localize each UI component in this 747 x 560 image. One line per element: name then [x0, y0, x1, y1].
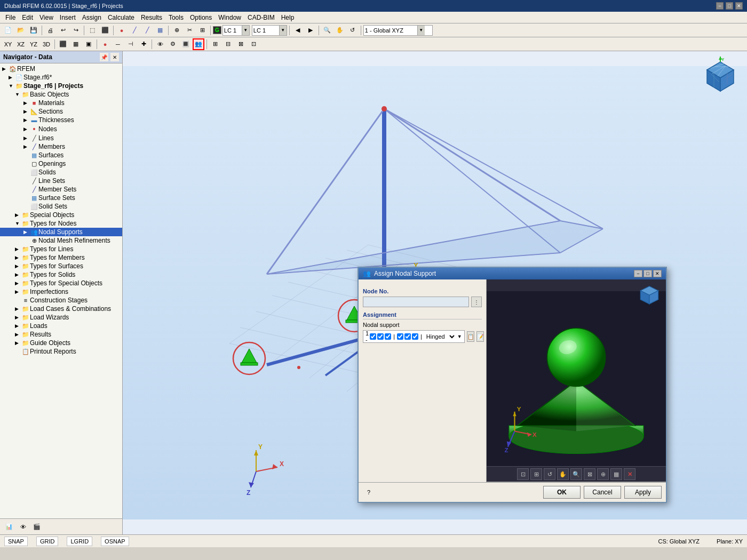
select-btn[interactable]: ⬚	[86, 25, 98, 36]
preview-btn4[interactable]: ✋	[557, 468, 569, 480]
render2[interactable]: ▦	[70, 38, 82, 50]
tool3[interactable]: ⊞	[196, 25, 208, 36]
nav-close-btn[interactable]: ✕	[110, 53, 119, 61]
view-xy[interactable]: XY	[2, 38, 14, 50]
preview-btn6[interactable]: ⊠	[584, 468, 595, 480]
nav-video-btn[interactable]: 🎬	[31, 521, 43, 533]
tree-item-mesh-ref[interactable]: ⊕ Nodal Mesh Refinements	[0, 236, 122, 245]
render3[interactable]: ▣	[83, 38, 94, 50]
preview-btn1[interactable]: ⊡	[517, 468, 529, 480]
tree-item-printout[interactable]: 📋 Printout Reports	[0, 347, 122, 356]
tb-extra1[interactable]: ⊞	[209, 38, 221, 50]
lc-input-2[interactable]	[252, 27, 279, 34]
tree-item-basic[interactable]: ▼ 📁 Basic Objects	[0, 90, 122, 99]
menu-results[interactable]: Results	[138, 13, 165, 22]
menu-help[interactable]: Help	[278, 13, 298, 22]
menu-options[interactable]: Options	[187, 13, 215, 22]
tree-item-surface-sets[interactable]: ▦ Surface Sets	[0, 194, 122, 202]
maximize-button[interactable]: □	[726, 2, 733, 10]
dialog-maximize-btn[interactable]: □	[643, 270, 652, 277]
new-btn[interactable]: 📄	[2, 25, 14, 36]
surface-btn[interactable]: ▦	[154, 25, 166, 36]
menu-tools[interactable]: Tools	[165, 13, 187, 22]
dialog-cancel-btn[interactable]: Cancel	[584, 486, 621, 499]
tree-item-stage-rf6[interactable]: ▶ 📄 Stage.rf6*	[0, 73, 122, 82]
dialog-close-btn[interactable]: ✕	[653, 270, 662, 277]
menu-window[interactable]: Window	[215, 13, 244, 22]
tool2[interactable]: ✂	[184, 25, 195, 36]
tb-extra2[interactable]: ⊟	[222, 38, 234, 50]
menu-insert[interactable]: Insert	[57, 13, 79, 22]
render1[interactable]: ⬛	[57, 38, 69, 50]
osnap-toggle[interactable]: OSNAP	[101, 537, 129, 546]
nav-pin-btn[interactable]: 📌	[100, 53, 108, 61]
node-no-picker-btn[interactable]: ⋮	[471, 297, 482, 307]
preview-btn8[interactable]: ▦	[610, 468, 622, 480]
preview-btn9[interactable]: ✕	[624, 468, 635, 480]
assign-support-btn[interactable]: 👥	[193, 38, 204, 50]
tree-item-solid-sets[interactable]: ⬜ Solid Sets	[0, 202, 122, 211]
rotate-btn[interactable]: ↺	[347, 25, 359, 36]
nav-data-btn[interactable]: 📊	[3, 521, 15, 533]
dialog-ok-btn[interactable]: OK	[543, 486, 581, 499]
tb-extra4[interactable]: ⊡	[248, 38, 259, 50]
menu-assign[interactable]: Assign	[79, 13, 105, 22]
nav-display-btn[interactable]: 👁	[17, 521, 29, 533]
menu-edit[interactable]: Edit	[19, 13, 36, 22]
tree-item-types-members[interactable]: ▶ 📁 Types for Members	[0, 253, 122, 262]
tree-item-results[interactable]: ▶ 📁 Results	[0, 330, 122, 339]
tree-item-types-surfaces[interactable]: ▶ 📁 Types for Surfaces	[0, 262, 122, 270]
cb-ux[interactable]	[370, 333, 376, 340]
display2[interactable]: ⚙	[167, 38, 179, 50]
member-btn[interactable]: ╱	[141, 25, 153, 36]
preview-btn2[interactable]: ⊞	[530, 468, 542, 480]
lc-arrow-2[interactable]: ▼	[279, 26, 287, 35]
tree-item-guide[interactable]: ▶ 📁 Guide Objects	[0, 339, 122, 347]
cb-uz[interactable]	[385, 333, 391, 340]
display1[interactable]: 👁	[154, 38, 166, 50]
save-btn[interactable]: 💾	[28, 25, 39, 36]
tree-item-sections[interactable]: ▶ 📐 Sections	[0, 107, 122, 116]
print-btn[interactable]: 🖨	[44, 25, 56, 36]
tree-item-special[interactable]: ▶ 📁 Special Objects	[0, 211, 122, 219]
cs-arrow[interactable]: ▼	[417, 26, 425, 35]
preview-btn5[interactable]: 🔍	[570, 468, 582, 480]
tree-item-lines[interactable]: ▶ ╱ Lines	[0, 134, 122, 142]
open-btn[interactable]: 📂	[15, 25, 27, 36]
redo-btn[interactable]: ↪	[70, 25, 82, 36]
support-type-select[interactable]: Hinged Fixed Roller X	[424, 331, 456, 342]
snap-node[interactable]: ●	[99, 38, 111, 50]
line-btn[interactable]: ╱	[129, 25, 140, 36]
preview-btn7[interactable]: ⊕	[597, 468, 609, 480]
snap-line[interactable]: ─	[112, 38, 124, 50]
tree-item-solids[interactable]: ⬜ Solids	[0, 168, 122, 177]
tree-item-openings[interactable]: ▢ Openings	[0, 159, 122, 168]
lc-arrow-1[interactable]: ▼	[242, 26, 249, 35]
tree-item-nodal-supports[interactable]: ▶ 👥 Nodal Supports	[0, 228, 122, 236]
orientation-cube[interactable]: Y	[699, 57, 742, 99]
support-edit-btn2[interactable]: 📝	[476, 331, 484, 342]
view-xz[interactable]: XZ	[15, 38, 27, 50]
minimize-button[interactable]: −	[716, 2, 724, 10]
cb-uy[interactable]	[377, 333, 384, 340]
tree-item-imperfections[interactable]: ▶ 📁 Imperfections	[0, 287, 122, 296]
cs-combo[interactable]: ▼	[363, 25, 433, 36]
dialog-apply-btn[interactable]: Apply	[624, 486, 662, 499]
tree-item-materials[interactable]: ▶ ■ Materials	[0, 99, 122, 107]
tree-item-types-lines[interactable]: ▶ 📁 Types for Lines	[0, 245, 122, 253]
lc-input-1[interactable]	[223, 27, 242, 34]
view-yz[interactable]: YZ	[28, 38, 39, 50]
dialog-help-btn[interactable]: ?	[363, 486, 375, 498]
tree-item-surfaces[interactable]: ▦ Surfaces	[0, 151, 122, 159]
tree-item-nodes[interactable]: ▶ • Nodes	[0, 124, 122, 134]
snap-int[interactable]: ✚	[138, 38, 149, 50]
menu-cad-bim[interactable]: CAD-BIM	[244, 13, 278, 22]
zoom-btn[interactable]: 🔍	[321, 25, 333, 36]
tree-item-line-sets[interactable]: ╱ Line Sets	[0, 177, 122, 185]
cs-input[interactable]	[364, 27, 417, 34]
snap-toggle[interactable]: SNAP	[4, 537, 28, 546]
grid-toggle[interactable]: GRID	[36, 537, 59, 546]
display3[interactable]: 🔳	[180, 38, 192, 50]
tree-item-load-wizards[interactable]: ▶ 📁 Load Wizards	[0, 313, 122, 322]
dialog-minimize-btn[interactable]: −	[634, 270, 642, 277]
